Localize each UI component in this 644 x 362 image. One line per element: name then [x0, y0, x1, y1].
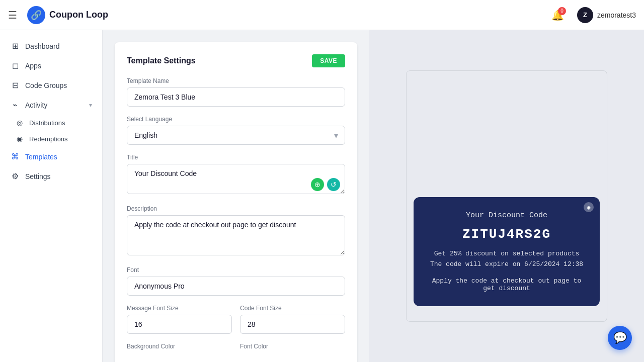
font-color-group: Font Color [240, 343, 345, 353]
coupon-code: ZITUJ4RS2G [426, 227, 588, 242]
sidebar: ⊞ Dashboard ◻ Apps ⊟ Code Groups ⌁ Activ… [0, 30, 103, 362]
app-logo: 🔗 Coupon Loop [27, 6, 108, 24]
message-font-size-group: Message Font Size [127, 305, 232, 334]
avatar: Z [577, 7, 593, 23]
code-groups-icon: ⊟ [10, 80, 20, 90]
description-textarea[interactable]: Apply the code at checkout out page to g… [127, 215, 345, 255]
distributions-icon: ◎ [15, 119, 24, 127]
app-name: Coupon Loop [49, 10, 108, 20]
activity-icon: ⌁ [10, 100, 20, 110]
logo-icon: 🔗 [27, 6, 45, 24]
template-name-label: Template Name [127, 77, 345, 84]
sidebar-item-distributions[interactable]: ◎ Distributions [0, 115, 102, 131]
message-font-size-input[interactable] [127, 315, 232, 334]
title-field-wrapper: Your Discount Code ⊕ ↺ [127, 164, 345, 196]
language-group: Select Language English Spanish French G… [127, 116, 345, 145]
template-name-input[interactable] [127, 87, 345, 107]
apps-icon: ◻ [10, 61, 20, 70]
code-font-size-group: Code Font Size [240, 305, 345, 334]
discount-line1: Get 25% discount on selected products [434, 250, 580, 257]
card-header: Template Settings SAVE [127, 54, 345, 67]
topbar: ☰ 🔗 Coupon Loop 🔔 0 Z zemoratest3 [0, 0, 644, 30]
sidebar-label-settings: Settings [25, 172, 92, 180]
chat-button[interactable]: 💬 [608, 326, 632, 350]
sidebar-label-activity: Activity [25, 101, 84, 109]
main-layout: ⊞ Dashboard ◻ Apps ⊟ Code Groups ⌁ Activ… [0, 30, 644, 362]
coupon-description: Apply the code at checkout out page to g… [426, 277, 588, 292]
username-label: zemoratest3 [597, 11, 636, 19]
settings-icon: ⚙ [10, 171, 20, 181]
coupon-close-icon[interactable]: ◉ [584, 202, 594, 212]
translate-icon-btn[interactable]: ⊕ [311, 178, 324, 191]
description-group: Description Apply the code at checkout o… [127, 205, 345, 257]
settings-card: Template Settings SAVE Template Name Sel… [115, 42, 357, 362]
language-label: Select Language [127, 116, 345, 123]
sidebar-item-templates[interactable]: ⌘ Templates [0, 147, 102, 166]
left-panel: Template Settings SAVE Template Name Sel… [103, 30, 369, 362]
description-label: Description [127, 205, 345, 212]
font-group: Font [127, 266, 345, 296]
bell-badge: 0 [558, 7, 566, 15]
sidebar-item-settings[interactable]: ⚙ Settings [0, 166, 102, 186]
language-select[interactable]: English Spanish French German [127, 126, 345, 145]
sidebar-label-redemptions: Redemptions [29, 135, 68, 143]
discount-line2: The code will expire on 6/25/2024 12:38 [430, 260, 583, 268]
main-content: Template Settings SAVE Template Name Sel… [103, 30, 644, 362]
sidebar-label-templates: Templates [25, 153, 92, 161]
dashboard-icon: ⊞ [10, 41, 20, 51]
notification-bell[interactable]: 🔔 0 [549, 6, 567, 24]
title-label: Title [127, 154, 345, 161]
language-select-wrapper: English Spanish French German ▾ [127, 126, 345, 145]
coupon-discount-text: Get 25% discount on selected products Th… [426, 249, 588, 270]
preview-panel: ◉ Your Discount Code ZITUJ4RS2G Get 25% … [369, 30, 644, 362]
code-font-size-input[interactable] [240, 315, 345, 334]
sidebar-item-activity[interactable]: ⌁ Activity ▾ [0, 95, 102, 115]
template-name-group: Template Name [127, 77, 345, 107]
save-button[interactable]: SAVE [312, 54, 345, 67]
sidebar-label-apps: Apps [25, 62, 92, 70]
chevron-down-icon: ▾ [89, 102, 92, 109]
sidebar-label-distributions: Distributions [29, 119, 65, 127]
font-label: Font [127, 266, 345, 274]
title-icons: ⊕ ↺ [311, 178, 340, 191]
coupon-card: ◉ Your Discount Code ZITUJ4RS2G Get 25% … [414, 197, 600, 306]
sidebar-item-apps[interactable]: ◻ Apps [0, 56, 102, 75]
card-title: Template Settings [127, 56, 196, 65]
templates-icon: ⌘ [10, 152, 20, 161]
font-input[interactable] [127, 277, 345, 296]
user-menu[interactable]: Z zemoratest3 [577, 7, 636, 23]
sidebar-item-code-groups[interactable]: ⊟ Code Groups [0, 75, 102, 95]
message-font-size-label: Message Font Size [127, 305, 232, 312]
code-font-size-label: Code Font Size [240, 305, 345, 312]
redemptions-icon: ◉ [15, 135, 24, 143]
font-size-row: Message Font Size Code Font Size [127, 305, 345, 343]
background-color-label: Background Color [127, 343, 232, 350]
sidebar-item-redemptions[interactable]: ◉ Redemptions [0, 131, 102, 147]
preview-outer: ◉ Your Discount Code ZITUJ4RS2G Get 25% … [406, 70, 607, 322]
chat-icon: 💬 [613, 331, 627, 344]
color-row: Background Color Font Color [127, 343, 345, 362]
background-color-group: Background Color [127, 343, 232, 353]
font-color-label: Font Color [240, 343, 345, 350]
hamburger-icon[interactable]: ☰ [8, 9, 17, 21]
sidebar-label-dashboard: Dashboard [25, 42, 92, 50]
sidebar-label-code-groups: Code Groups [25, 81, 92, 89]
title-group: Title Your Discount Code ⊕ ↺ [127, 154, 345, 196]
sidebar-item-dashboard[interactable]: ⊞ Dashboard [0, 36, 102, 56]
refresh-icon-btn[interactable]: ↺ [327, 178, 340, 191]
coupon-title: Your Discount Code [426, 211, 588, 220]
